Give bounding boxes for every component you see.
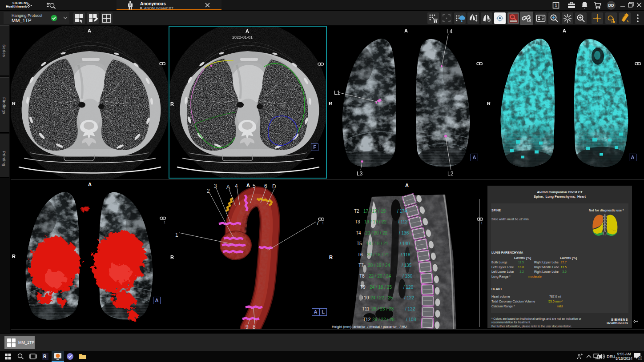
svg-text:T3: T3	[355, 219, 360, 224]
svg-text:/ 120: / 120	[403, 285, 414, 290]
svg-text:2: 2	[207, 188, 210, 194]
svg-text:A: A	[226, 184, 230, 190]
svg-text:/ 112: / 112	[398, 219, 408, 224]
svg-text:1: 1	[175, 232, 178, 238]
svg-text:/ 118: / 118	[401, 252, 411, 257]
svg-text:20 / 19 / 24: 20 / 19 / 24	[368, 263, 390, 268]
svg-text:24 / 22 / 25: 24 / 22 / 25	[370, 295, 393, 300]
svg-text:26 / 22 / 28: 26 / 22 / 28	[372, 317, 394, 322]
svg-text:T10: T10	[361, 295, 369, 300]
svg-text:1: 1	[639, 357, 641, 360]
svg-text:3: 3	[214, 183, 217, 189]
svg-text:T4: T4	[356, 231, 361, 235]
svg-text:L4: L4	[447, 28, 453, 35]
svg-text:18 / 18 / 21: 18 / 18 / 21	[366, 241, 388, 246]
svg-text:6: 6	[264, 183, 267, 189]
svg-text:T9: T9	[360, 285, 366, 290]
svg-text:20 / 20 / 22: 20 / 20 / 22	[365, 231, 387, 235]
svg-text:24 / 18 / 25: 24 / 18 / 25	[370, 285, 392, 290]
svg-text:4: 4	[235, 183, 238, 189]
svg-text:26 / 23 / 23: 26 / 23 / 23	[371, 306, 394, 311]
svg-text:8: 8	[253, 324, 256, 329]
svg-text:T12: T12	[363, 317, 371, 322]
svg-text:9: 9	[246, 324, 249, 329]
svg-text:/ 122: / 122	[405, 306, 415, 311]
svg-text:/ 174: / 174	[397, 209, 407, 214]
svg-text:/ 136: / 136	[399, 231, 409, 235]
svg-text:T5: T5	[357, 241, 362, 246]
svg-text:L1: L1	[334, 90, 340, 96]
svg-text:L2: L2	[447, 171, 454, 177]
svg-text:T7: T7	[358, 263, 364, 268]
svg-text:D: D	[272, 183, 276, 190]
svg-text:20 / 18 / 21: 20 / 18 / 21	[367, 252, 389, 257]
svg-text:T6: T6	[358, 252, 363, 257]
svg-text:T11: T11	[362, 306, 370, 311]
svg-text:19 / 19 / 22: 19 / 19 / 22	[364, 219, 386, 224]
svg-text:/ 140: / 140	[400, 241, 410, 246]
svg-text:22 / 20 / 24: 22 / 20 / 24	[369, 274, 391, 278]
svg-text:/ 135: / 135	[402, 263, 412, 268]
svg-text:/ 122: / 122	[404, 295, 415, 300]
svg-text:/ 130: / 130	[402, 274, 413, 278]
svg-text:1: 1	[555, 3, 557, 8]
svg-text:5: 5	[253, 183, 256, 189]
svg-text:/ 108: / 108	[406, 317, 416, 322]
svg-text:T8: T8	[359, 274, 365, 278]
svg-text:17 / 17 / 19: 17 / 17 / 19	[363, 209, 386, 214]
svg-text:L3: L3	[357, 171, 363, 177]
svg-text:T2: T2	[354, 209, 359, 214]
